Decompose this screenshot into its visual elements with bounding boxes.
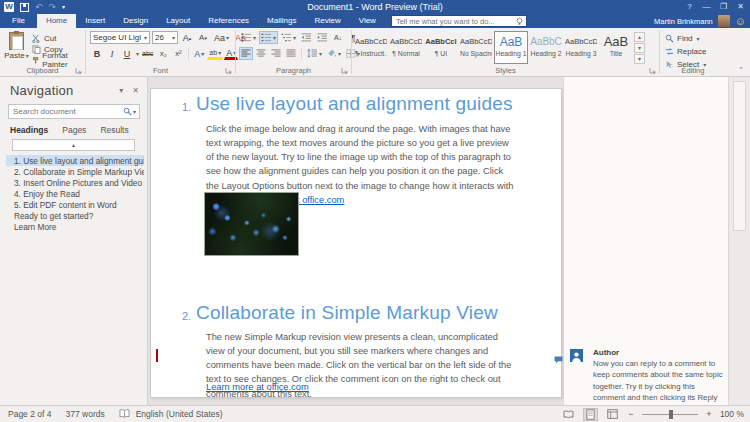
zoom-level[interactable]: 100 % [720, 409, 744, 419]
style-title[interactable]: AaB Title [599, 31, 633, 64]
revision-bar[interactable] [156, 349, 158, 362]
print-layout-button[interactable] [583, 408, 598, 421]
styles-dialog-launcher-icon[interactable] [649, 67, 656, 74]
tab-references[interactable]: References [199, 14, 258, 28]
font-dialog-launcher-icon[interactable] [225, 67, 232, 74]
word-count[interactable]: 377 words [65, 409, 104, 419]
comment-anchor-icon[interactable] [554, 356, 563, 364]
style-heading-3[interactable]: AaBbCcD Heading 3 [564, 31, 598, 64]
strikethrough-button[interactable]: abc [140, 47, 155, 60]
user-avatar[interactable] [718, 15, 730, 27]
style-no-spacing[interactable]: AaBbCcD No Spacing [459, 31, 493, 64]
read-mode-button[interactable] [561, 408, 576, 421]
align-center-button[interactable] [254, 47, 268, 60]
shrink-font-button[interactable]: A▾ [196, 31, 210, 44]
ribbon-display-options-icon[interactable]: ? [682, 0, 697, 13]
nav-tab-pages[interactable]: Pages [62, 125, 86, 135]
numbering-button[interactable]: ▾ [259, 31, 278, 44]
style-ui[interactable]: AaBbCcl ¶ UI [424, 31, 458, 64]
zoom-slider-thumb[interactable] [669, 410, 673, 419]
vertical-scrollbar[interactable] [728, 77, 750, 405]
language-indicator[interactable]: English (United States) [136, 409, 223, 419]
subscript-button[interactable]: x₂ [156, 47, 170, 60]
style-instruction[interactable]: AaBbCcD ¶ Instructi... [354, 31, 388, 64]
navigation-pane-title: Navigation [10, 83, 73, 98]
tell-me-input[interactable] [392, 17, 515, 26]
justify-button[interactable] [284, 47, 298, 60]
zoom-slider[interactable] [642, 408, 698, 421]
navigation-pane-options-icon[interactable]: ▾ [119, 86, 123, 95]
tab-view[interactable]: View [350, 14, 385, 28]
text-effects-button[interactable]: A▾ [192, 47, 206, 60]
bold-button[interactable]: B [90, 47, 104, 60]
nav-heading-5[interactable]: 5. Edit PDF content in Word [6, 199, 144, 210]
close-icon[interactable]: ✕ [733, 0, 748, 13]
navigation-collapsed-heading-box[interactable]: ▴ [12, 139, 135, 151]
web-layout-button[interactable] [605, 408, 620, 421]
tab-file[interactable]: File [0, 14, 37, 28]
restore-icon[interactable]: ❐ [716, 0, 731, 13]
zoom-in-button[interactable]: + [705, 409, 713, 419]
italic-button[interactable]: I [105, 47, 119, 60]
tab-mailings[interactable]: Mailings [258, 14, 305, 28]
user-name[interactable]: Martin Brinkmann [654, 17, 713, 26]
multilevel-list-button[interactable]: ▾ [279, 31, 298, 44]
tab-design[interactable]: Design [114, 14, 157, 28]
sort-button[interactable]: A↓ [331, 31, 345, 44]
styles-scroll-down-icon[interactable]: ▾ [634, 43, 645, 53]
group-paragraph: ▾ ▾ ▾ A↓ ¶ [236, 28, 351, 76]
increase-indent-button[interactable] [315, 31, 330, 44]
format-painter-button[interactable]: Format Painter [32, 55, 85, 65]
minimize-icon[interactable]: — [699, 0, 714, 13]
replace-button[interactable]: Replace [665, 46, 706, 57]
tab-layout[interactable]: Layout [157, 14, 199, 28]
change-case-button[interactable]: Aa▾ [212, 31, 231, 44]
bullets-button[interactable]: ▾ [239, 31, 258, 44]
underline-button[interactable]: U [120, 47, 134, 60]
nav-tab-headings[interactable]: Headings [10, 125, 48, 135]
paragraph-dialog-launcher-icon[interactable] [341, 67, 348, 74]
nav-heading-1[interactable]: 1. Use live layout and alignment gui... [6, 155, 144, 166]
section2-link[interactable]: Learn more at office.com [206, 380, 309, 394]
shading-button[interactable]: ▾ [325, 47, 343, 60]
nav-heading-2[interactable]: 2. Collaborate in Simple Markup View [6, 166, 144, 177]
tell-me-box[interactable] [391, 15, 527, 27]
nav-heading-4[interactable]: 4. Enjoy the Read [6, 188, 144, 199]
zoom-out-button[interactable]: − [627, 409, 635, 419]
navigation-search-box[interactable]: ▾ [8, 104, 140, 119]
clipboard-dialog-launcher-icon[interactable] [75, 67, 82, 74]
highlight-color-button[interactable]: ab▾ [207, 47, 223, 60]
styles-gallery-more-icon[interactable]: ▾ [634, 54, 645, 64]
font-size-combo[interactable]: 26▾ [152, 31, 178, 44]
style-heading-1[interactable]: AaB Heading 1 [494, 31, 528, 64]
decrease-indent-button[interactable] [299, 31, 314, 44]
underline-dropdown-icon[interactable]: ▾ [136, 50, 139, 57]
page-indicator[interactable]: Page 2 of 4 [8, 409, 51, 419]
style-heading-2[interactable]: AaBbC Heading 2 [529, 31, 563, 64]
grow-font-button[interactable]: A▴ [180, 31, 194, 44]
font-name-combo[interactable]: Segoe UI Ligl▾ [90, 31, 150, 44]
collapse-ribbon-icon[interactable]: ⌃ [738, 66, 744, 74]
nav-tab-results[interactable]: Results [100, 125, 128, 135]
styles-scroll-up-icon[interactable]: ▴ [634, 32, 645, 42]
cut-button[interactable]: Cut [32, 33, 85, 43]
align-left-button[interactable] [239, 47, 253, 60]
nav-heading-7[interactable]: Learn More [6, 221, 144, 232]
style-normal[interactable]: AaBbCcD ¶ Normal [389, 31, 423, 64]
flowers-image[interactable] [204, 192, 299, 256]
feedback-smiley-icon[interactable]: ☺ [735, 16, 746, 27]
align-right-button[interactable] [269, 47, 283, 60]
line-spacing-button[interactable]: ▾ [305, 47, 324, 60]
tab-review[interactable]: Review [305, 14, 349, 28]
search-options-icon[interactable]: ▾ [133, 108, 136, 115]
tab-home[interactable]: Home [37, 14, 76, 28]
tab-insert[interactable]: Insert [76, 14, 114, 28]
navigation-pane-close-icon[interactable]: ✕ [132, 86, 139, 95]
nav-heading-3[interactable]: 3. Insert Online Pictures and Video [6, 177, 144, 188]
superscript-button[interactable]: x² [171, 47, 185, 60]
find-button[interactable]: Find▾ [665, 33, 706, 44]
navigation-search-input[interactable] [9, 107, 123, 116]
scrollbar-thumb[interactable] [733, 81, 746, 231]
proofing-icon[interactable] [119, 409, 130, 419]
nav-heading-6[interactable]: Ready to get started? [6, 210, 144, 221]
